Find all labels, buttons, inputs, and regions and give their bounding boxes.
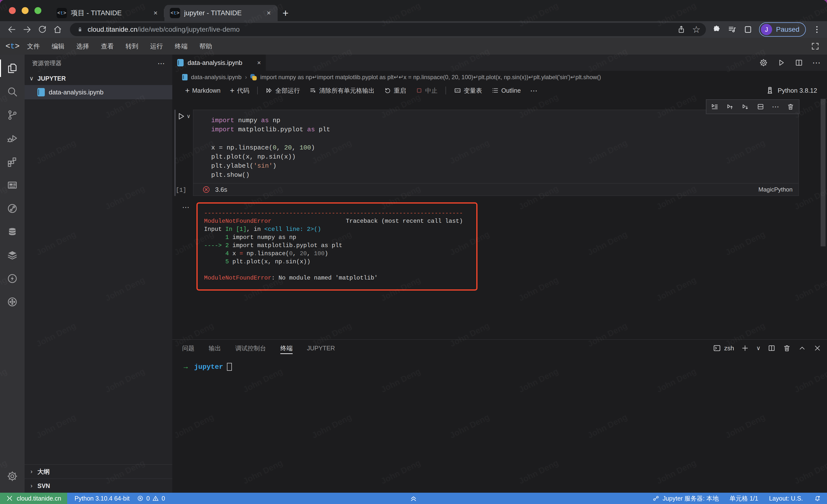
reload-button[interactable] (36, 23, 49, 36)
add-markdown-button[interactable]: +Markdown (182, 85, 224, 96)
close-window-button[interactable] (9, 7, 16, 14)
new-terminal-icon[interactable] (741, 344, 749, 352)
remote-indicator[interactable]: cloud.titanide.cn (0, 493, 67, 504)
back-button[interactable] (5, 23, 18, 36)
new-tab-button[interactable]: + (278, 5, 293, 21)
zoom-window-button[interactable] (35, 7, 41, 14)
bookmark-star-icon[interactable]: ☆ (692, 25, 700, 34)
menu-item-1[interactable]: 编辑 (46, 38, 70, 55)
split-terminal-icon[interactable] (768, 344, 776, 352)
cell-code[interactable]: import numpy as npimport matplotlib.pypl… (193, 110, 798, 183)
terminal-prompt-line[interactable]: → jupyter (172, 356, 827, 371)
database-icon[interactable] (0, 220, 25, 243)
minimize-window-button[interactable] (22, 7, 29, 14)
cell-language-label[interactable]: MagicPython (758, 186, 792, 193)
source-control-icon[interactable] (0, 103, 25, 127)
panel-tab-2[interactable]: 调试控制台 (235, 340, 266, 356)
run-all-button[interactable]: 全部运行 (262, 85, 303, 96)
problems-status[interactable]: 0 0 (137, 495, 165, 502)
close-panel-icon[interactable] (813, 344, 822, 352)
editor-tab-notebook[interactable]: data-analysis.ipynb × (172, 55, 266, 71)
address-bar[interactable]: cloud.titanide.cn/ide/web/coding/jupyter… (70, 23, 706, 36)
layout-status[interactable]: Layout: U.S. (769, 495, 803, 502)
cell-position-status[interactable]: 单元格 1/1 (730, 494, 758, 503)
live-share-icon[interactable] (0, 197, 25, 220)
output-more-icon[interactable]: ⋯ (182, 203, 190, 212)
browser-tab-project[interactable]: <t> 项目 - TITANIDE × (51, 5, 164, 21)
fullscreen-icon[interactable] (811, 42, 820, 51)
layers-icon[interactable] (0, 243, 25, 267)
home-button[interactable] (51, 23, 64, 36)
menu-item-6[interactable]: 终端 (169, 38, 193, 55)
menu-item-5[interactable]: 运行 (144, 38, 169, 55)
terminal-shell-badge[interactable]: zsh (713, 344, 734, 352)
sidebar-section-jupyter[interactable]: ∨ JUPYTER (25, 72, 172, 85)
restart-kernel-button[interactable]: 重启 (381, 85, 409, 96)
jupyter-server-status[interactable]: Jupyter 服务器: 本地 (652, 494, 719, 503)
editor-more-icon[interactable]: ⋯ (812, 58, 821, 68)
interrupt-button[interactable]: 中止 (412, 85, 441, 96)
kernel-picker[interactable]: Python 3.8.12 (766, 86, 827, 95)
navigation-icon[interactable] (0, 290, 25, 314)
profile-button[interactable]: J Paused (759, 22, 806, 37)
media-controls-icon[interactable] (728, 25, 737, 34)
breadcrumb[interactable]: data-analysis.ipynb › import numpy as np… (172, 71, 827, 83)
chevron-down-icon[interactable]: ∨ (187, 113, 191, 119)
run-editor-icon[interactable] (777, 58, 786, 67)
kill-terminal-icon[interactable] (783, 344, 791, 352)
run-debug-icon[interactable] (0, 127, 25, 150)
secure-lock-icon[interactable] (76, 26, 84, 33)
run-by-line-icon[interactable] (711, 103, 719, 111)
menu-item-4[interactable]: 转到 (119, 38, 144, 55)
add-code-button[interactable]: +代码 (227, 85, 252, 96)
notebook-settings-gear-icon[interactable] (759, 58, 768, 67)
close-editor-icon[interactable]: × (257, 59, 261, 67)
error-traceback[interactable]: ----------------------------------------… (196, 202, 478, 291)
panel-tab-4[interactable]: JUPYTER (307, 340, 335, 356)
run-cell-button[interactable]: ∨ (177, 112, 191, 120)
delete-cell-icon[interactable] (787, 103, 794, 111)
close-tab-icon[interactable]: × (265, 9, 272, 17)
execute-below-icon[interactable] (741, 103, 749, 111)
side-panel-icon[interactable] (743, 25, 753, 34)
editor-scrollbar[interactable] (821, 99, 826, 246)
forward-button[interactable] (21, 23, 34, 36)
menu-item-3[interactable]: 查看 (95, 38, 119, 55)
sidebar-section-svn[interactable]: › SVN (25, 479, 172, 493)
maximize-panel-icon[interactable] (798, 344, 806, 352)
panel-tab-0[interactable]: 问题 (182, 340, 194, 356)
toolbar-more-icon[interactable]: ⋯ (527, 85, 540, 96)
breadcrumb-cell-content[interactable]: import numpy as np↵import matplotlib.pyp… (260, 74, 601, 80)
outline-button[interactable]: Outline (489, 85, 524, 96)
explorer-icon[interactable] (0, 57, 25, 80)
extensions-puzzle-icon[interactable] (712, 25, 721, 34)
split-editor-icon[interactable] (794, 58, 804, 67)
variables-button[interactable]: (x)变量表 (451, 85, 485, 96)
cell-more-icon[interactable]: ⋯ (772, 103, 779, 111)
python-version-status[interactable]: Python 3.10.4 64-bit (75, 495, 130, 502)
power-icon[interactable] (0, 267, 25, 290)
extensions-icon[interactable] (0, 150, 25, 173)
browser-menu-icon[interactable] (812, 25, 822, 34)
breadcrumb-file[interactable]: data-analysis.ipynb (191, 74, 241, 80)
search-icon[interactable] (0, 80, 25, 103)
remote-window-icon[interactable] (0, 173, 25, 197)
menu-item-2[interactable]: 选择 (70, 38, 95, 55)
split-cell-icon[interactable] (757, 103, 765, 111)
share-icon[interactable] (677, 25, 686, 34)
terminal-dropdown-icon[interactable]: ∨ (756, 345, 761, 351)
sidebar-section-outline[interactable]: › 大纲 (25, 464, 172, 479)
settings-gear-icon[interactable] (0, 464, 25, 488)
menu-item-0[interactable]: 文件 (21, 38, 46, 55)
menu-item-7[interactable]: 帮助 (193, 38, 218, 55)
restore-panel-chevrons-icon[interactable] (409, 493, 418, 504)
panel-tab-1[interactable]: 输出 (209, 340, 221, 356)
sidebar-item-notebook[interactable]: data-analysis.ipynb (25, 85, 172, 99)
close-tab-icon[interactable]: × (152, 9, 159, 17)
execute-above-icon[interactable] (726, 103, 734, 111)
sidebar-more-icon[interactable]: ⋯ (157, 59, 165, 68)
notifications-bell-icon[interactable] (814, 495, 821, 502)
panel-tab-3[interactable]: 终端 (280, 340, 293, 356)
browser-tab-jupyter[interactable]: <t> jupyter - TITANIDE × (164, 5, 278, 21)
clear-outputs-button[interactable]: 清除所有单元格输出 (306, 85, 378, 96)
